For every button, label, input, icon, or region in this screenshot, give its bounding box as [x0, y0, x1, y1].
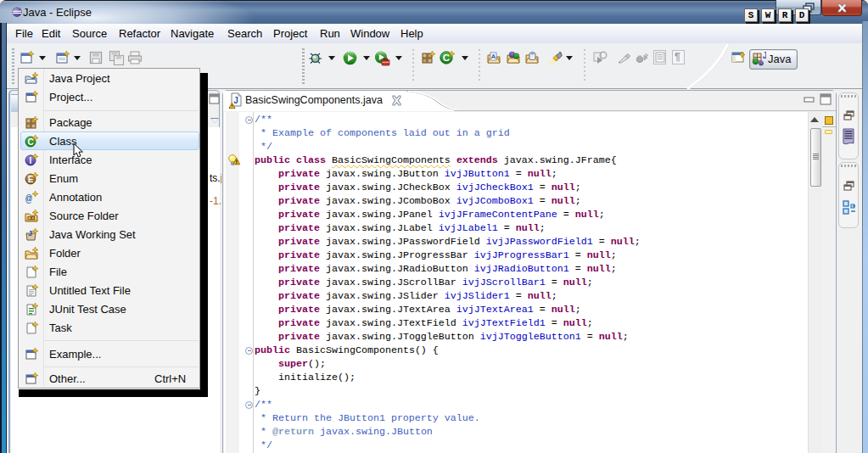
svg-text:A: A: [491, 53, 496, 60]
svg-text:J: J: [233, 96, 238, 105]
svg-text:J: J: [763, 52, 766, 60]
